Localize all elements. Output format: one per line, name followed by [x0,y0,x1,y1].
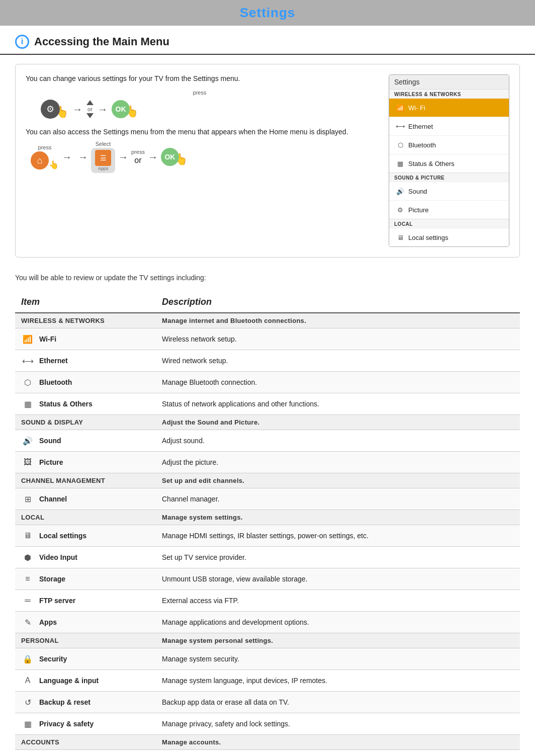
item-cell: 📶Wi-Fi [15,328,156,350]
category-desc: Manage system settings. [156,510,520,525]
item-name: Ethernet [39,357,68,365]
item-cell: ⟷Ethernet [15,350,156,372]
item-cell: ALanguage & input [15,670,156,692]
category-name: WIRELESS & NETWORKS [15,313,156,328]
table-row: ⬡BluetoothManage Bluetooth connection. [15,372,520,393]
page-header: Settings [0,0,535,26]
item-desc: Manage privacy, safety and lock settings… [156,713,520,735]
illustration-left: You can change various settings for your… [26,74,374,247]
arrow-block-3: or [134,156,141,165]
item-inner: 🖥Local settings [21,529,150,542]
col-desc-header: Description [156,292,520,313]
hand-icon-3: 👆 [49,160,59,170]
select-label: Select [96,141,111,147]
item-desc: Adjust the picture. [156,452,520,473]
table-row: ACCOUNTSManage accounts. [15,735,520,750]
item-desc: Manage HDMI settings, IR blaster setting… [156,525,520,547]
item-inner: 🖼Picture [21,456,150,469]
arrow-down-1 [86,113,94,118]
item-name: Language & input [39,677,99,685]
item-cell: ▦Privacy & safety [15,713,156,735]
item-cell: ═FTP server [15,590,156,612]
item-name: Picture [39,458,63,466]
item-name: Sound [39,437,61,445]
menu-item-wifi[interactable]: 📶 Wi- Fi [389,98,509,117]
item-inner: ✎Apps [21,616,150,629]
item-desc: Manage system security. [156,648,520,670]
item-inner: ALanguage & input [21,674,150,687]
menu-item-ethernet[interactable]: ⟷ Ethernet [389,117,509,135]
item-name: Local settings [39,532,86,540]
status-icon: ▦ [21,397,34,410]
col-item-header: Item [15,292,156,313]
arrow-1: → [72,104,82,115]
table-row: ≡StorageUnmount USB storage, view availa… [15,568,520,590]
arrow-6: → [148,151,158,163]
ethernet-label: Ethernet [408,123,433,130]
press-label-3: press [131,149,145,155]
table-row: 🖥Local settingsManage HDMI settings, IR … [15,525,520,547]
wifi-icon: 📶 [396,101,404,114]
table-row: SOUND & DISPLAYAdjust the Sound and Pict… [15,415,520,430]
settings-panel: Settings WIRELESS & NETWORKS 📶 Wi- Fi ⟷ … [389,74,509,247]
description-text: You will be able to review or update the… [0,267,535,289]
sound-label: Sound [408,188,427,195]
arrow-block-1: or [86,100,94,118]
ok-button-2[interactable]: OK [161,148,179,166]
arrow-up-1 [86,100,94,105]
menu-item-sound[interactable]: 🔊 Sound [389,182,509,200]
menu-item-bluetooth[interactable]: ⬡ Bluetooth [389,135,509,154]
table-row: 📶Wi-FiWireless network setup. [15,328,520,350]
picture-icon: 🖼 [21,456,34,469]
bluetooth-icon: ⬡ [21,376,34,389]
category-name: SOUND & DISPLAY [15,415,156,430]
panel-section-wireless: WIRELESS & NETWORKS [389,89,509,98]
category-name: CHANNEL MANAGEMENT [15,473,156,488]
table-row: 🖼PictureAdjust the picture. [15,452,520,473]
or-text-2: or [134,156,141,165]
apps-label: Apps [98,166,109,171]
nav-diagram-2: press ⌂ 👆 → → Select ☰ Apps → [31,141,374,173]
table-row: +Add a Google AccountManage Google accou… [15,750,520,757]
item-desc: Manage Bluetooth connection. [156,372,520,393]
item-desc: Unmount USB storage, view available stor… [156,568,520,590]
item-name: Storage [39,575,65,583]
table-header-row: Item Description [15,292,520,313]
item-desc: Status of network applications and other… [156,393,520,415]
category-desc: Manage system personal settings. [156,633,520,648]
category-desc: Adjust the Sound and Picture. [156,415,520,430]
menu-item-status[interactable]: ▦ Status & Others [389,154,509,173]
item-name: Security [39,655,67,663]
menu-item-picture[interactable]: ⚙ Picture [389,200,509,219]
item-desc: External access via FTP. [156,590,520,612]
language-icon: A [21,674,34,687]
item-inner: ▦Privacy & safety [21,717,150,730]
press-label-1: press [26,90,374,96]
main-table: Item Description WIRELESS & NETWORKSMana… [15,292,520,756]
item-inner: ▦Status & Others [21,397,150,410]
sound-icon: 🔊 [21,434,34,447]
item-inner: 🔒Security [21,652,150,665]
arrow-5: → [118,151,128,163]
category-name: ACCOUNTS [15,735,156,750]
arrow-4: → [78,151,88,163]
item-name: Status & Others [39,400,93,408]
menu-item-local[interactable]: 🖥 Local settings [389,228,509,246]
item-desc: Channel manager. [156,488,520,510]
local-icon: 🖥 [21,529,34,542]
gear-button[interactable]: ⚙ [41,100,60,119]
home-button[interactable]: ⌂ [31,151,49,170]
item-name: Video Input [39,553,77,561]
table-row: ✎AppsManage applications and development… [15,612,520,633]
bluetooth-icon: ⬡ [396,138,404,151]
item-cell: ⬡Bluetooth [15,372,156,393]
ok-button-1[interactable]: OK [112,100,130,118]
para1: You can change various settings for your… [26,74,374,82]
item-name: Backup & reset [39,698,91,706]
item-desc: Manage system language, input devices, I… [156,670,520,692]
item-cell: ⬢Video Input [15,547,156,568]
security-icon: 🔒 [21,652,34,665]
item-inner: ≡Storage [21,572,150,585]
item-cell: 🔒Security [15,648,156,670]
apps-select-button[interactable]: ☰ Apps [91,148,115,173]
